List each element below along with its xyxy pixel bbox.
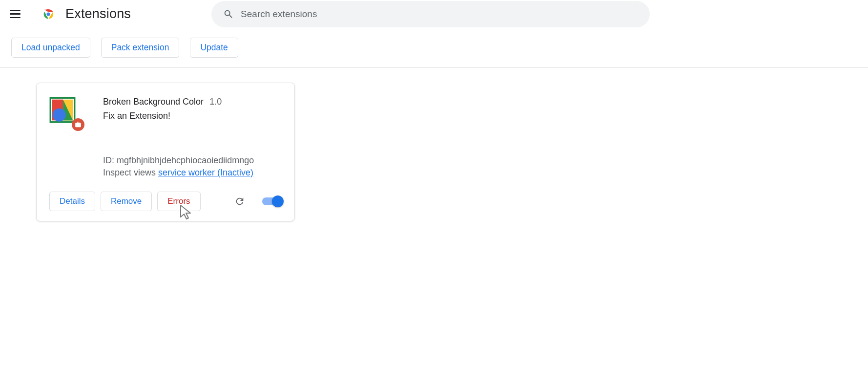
enable-toggle[interactable] [262, 197, 282, 205]
service-worker-link[interactable]: service worker (Inactive) [158, 168, 253, 177]
extension-id: ID: mgfbhjnibhjdehcphiocaoiediidmngo [103, 155, 282, 166]
search-input[interactable] [241, 9, 650, 20]
details-button[interactable]: Details [49, 192, 95, 211]
chrome-logo-icon [41, 7, 56, 22]
unpacked-badge-icon [72, 118, 84, 131]
search-bar[interactable] [211, 1, 650, 27]
extension-name: Broken Background Color [103, 97, 204, 107]
hamburger-menu-icon[interactable] [10, 5, 27, 23]
extension-card: Broken Background Color 1.0 Fix an Exten… [36, 83, 295, 221]
search-icon [223, 9, 234, 20]
extension-version: 1.0 [209, 97, 222, 107]
load-unpacked-button[interactable]: Load unpacked [11, 38, 90, 58]
update-button[interactable]: Update [190, 38, 238, 58]
inspect-views: Inspect views service worker (Inactive) [103, 168, 282, 178]
errors-button[interactable]: Errors [157, 192, 200, 211]
remove-button[interactable]: Remove [101, 192, 152, 211]
content-area: Broken Background Color 1.0 Fix an Exten… [0, 68, 868, 221]
reload-icon[interactable] [234, 196, 245, 207]
extension-icon [49, 97, 80, 127]
page-title: Extensions [65, 6, 131, 22]
developer-toolbar: Load unpacked Pack extension Update [0, 28, 868, 68]
pack-extension-button[interactable]: Pack extension [101, 38, 180, 58]
svg-point-7 [53, 109, 66, 122]
extension-description: Fix an Extension! [103, 111, 282, 121]
header: Extensions [0, 0, 868, 28]
